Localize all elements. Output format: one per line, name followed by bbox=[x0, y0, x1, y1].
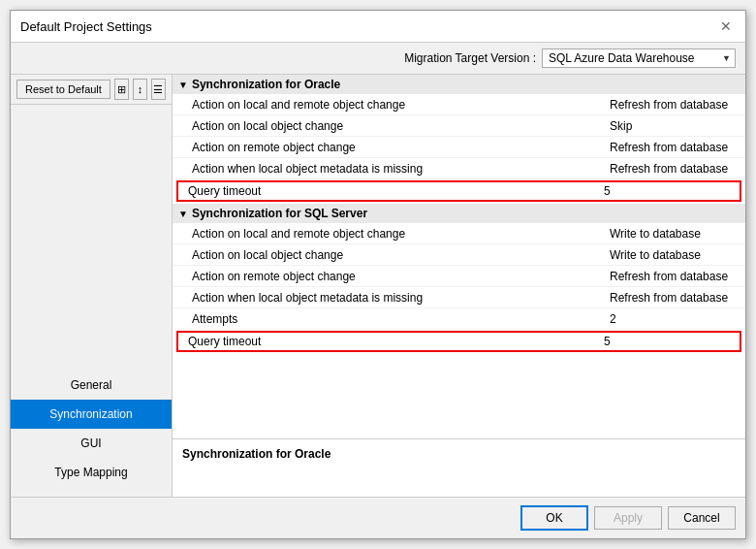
table-row: Action when local object metadata is mis… bbox=[173, 158, 745, 179]
oracle-section-header[interactable]: ▼ Synchronization for Oracle bbox=[173, 75, 745, 94]
sql-row1-value: Write to database bbox=[590, 227, 736, 241]
sqlserver-section: ▼ Synchronization for SQL Server Action … bbox=[173, 204, 745, 352]
dialog: Default Project Settings ✕ Migration Tar… bbox=[10, 10, 746, 539]
sqlserver-chevron-icon: ▼ bbox=[178, 209, 188, 219]
table-row: Action on local object change Write to d… bbox=[173, 244, 745, 266]
sidebar-item-type-mapping[interactable]: Type Mapping bbox=[11, 458, 172, 487]
sql-row4-name: Action when local object metadata is mis… bbox=[192, 291, 590, 305]
oracle-row3-value: Refresh from database bbox=[590, 141, 736, 154]
table-row: Action on local object change Skip bbox=[173, 115, 745, 137]
oracle-query-timeout-row[interactable]: Query timeout 5 bbox=[176, 180, 741, 202]
bottom-section: Synchronization for Oracle bbox=[173, 438, 745, 497]
sql-row3-name: Action on remote object change bbox=[192, 270, 590, 283]
table-row: Attempts 2 bbox=[173, 308, 745, 330]
table-row: Action on remote object change Refresh f… bbox=[173, 137, 745, 158]
sql-query-timeout-label: Query timeout bbox=[188, 335, 584, 348]
top-bar: Migration Target Version : SQL Azure Dat… bbox=[11, 43, 745, 75]
footer: OK Apply Cancel bbox=[11, 497, 745, 538]
oracle-query-timeout-value: 5 bbox=[584, 184, 730, 198]
sql-row4-value: Refresh from database bbox=[590, 291, 736, 305]
toolbar-btn-list[interactable]: ☰ bbox=[151, 79, 166, 100]
oracle-row1-name: Action on local and remote object change bbox=[192, 98, 590, 112]
sql-row3-value: Refresh from database bbox=[590, 270, 736, 283]
oracle-row3-name: Action on remote object change bbox=[192, 141, 590, 154]
right-panel: ▼ Synchronization for Oracle Action on l… bbox=[173, 75, 745, 497]
title-bar: Default Project Settings ✕ bbox=[11, 11, 745, 43]
oracle-row1-value: Refresh from database bbox=[590, 98, 736, 112]
ok-button[interactable]: OK bbox=[520, 505, 588, 531]
apply-button[interactable]: Apply bbox=[594, 506, 662, 530]
left-panel: Reset to Default ⊞ ↕ ☰ General Synchroni… bbox=[11, 75, 173, 497]
oracle-section: ▼ Synchronization for Oracle Action on l… bbox=[173, 75, 745, 202]
table-row: Action on local and remote object change… bbox=[173, 223, 745, 244]
oracle-row4-value: Refresh from database bbox=[590, 162, 736, 176]
table-row: Action on local and remote object change… bbox=[173, 94, 745, 115]
sql-attempts-label: Attempts bbox=[192, 312, 590, 326]
sql-row2-name: Action on local object change bbox=[192, 248, 590, 262]
oracle-section-title: Synchronization for Oracle bbox=[192, 78, 340, 91]
oracle-query-timeout-label: Query timeout bbox=[188, 184, 584, 198]
nav-items: General Synchronization GUI Type Mapping bbox=[11, 105, 172, 497]
toolbar: Reset to Default ⊞ ↕ ☰ bbox=[11, 75, 172, 105]
oracle-chevron-icon: ▼ bbox=[178, 80, 188, 90]
oracle-row2-value: Skip bbox=[590, 119, 736, 133]
toolbar-btn-sort[interactable]: ↕ bbox=[133, 79, 147, 100]
table-row: Action when local object metadata is mis… bbox=[173, 287, 745, 308]
migration-select[interactable]: SQL Azure Data Warehouse SQL Server 2019… bbox=[542, 48, 736, 68]
sidebar-item-gui[interactable]: GUI bbox=[11, 429, 172, 458]
bottom-section-title: Synchronization for Oracle bbox=[182, 447, 331, 461]
sidebar-item-synchronization[interactable]: Synchronization bbox=[11, 400, 172, 429]
sql-query-timeout-value: 5 bbox=[584, 335, 730, 348]
migration-label: Migration Target Version : bbox=[404, 51, 536, 65]
sql-attempts-value: 2 bbox=[590, 312, 736, 326]
close-button[interactable]: ✕ bbox=[716, 16, 736, 36]
dialog-title: Default Project Settings bbox=[20, 19, 152, 34]
oracle-row2-name: Action on local object change bbox=[192, 119, 590, 133]
settings-tree: ▼ Synchronization for Oracle Action on l… bbox=[173, 75, 745, 438]
sql-row1-name: Action on local and remote object change bbox=[192, 227, 590, 241]
toolbar-btn-grid[interactable]: ⊞ bbox=[114, 79, 129, 100]
main-content: Reset to Default ⊞ ↕ ☰ General Synchroni… bbox=[11, 75, 745, 497]
sqlserver-section-title: Synchronization for SQL Server bbox=[192, 207, 367, 220]
sidebar-item-general[interactable]: General bbox=[11, 371, 172, 400]
cancel-button[interactable]: Cancel bbox=[668, 506, 736, 530]
reset-button[interactable]: Reset to Default bbox=[16, 80, 110, 99]
sqlserver-section-header[interactable]: ▼ Synchronization for SQL Server bbox=[173, 204, 745, 223]
migration-select-wrapper[interactable]: SQL Azure Data Warehouse SQL Server 2019… bbox=[542, 48, 736, 68]
sql-row2-value: Write to database bbox=[590, 248, 736, 262]
sql-query-timeout-row[interactable]: Query timeout 5 bbox=[176, 331, 741, 352]
oracle-row4-name: Action when local object metadata is mis… bbox=[192, 162, 590, 176]
table-row: Action on remote object change Refresh f… bbox=[173, 266, 745, 287]
